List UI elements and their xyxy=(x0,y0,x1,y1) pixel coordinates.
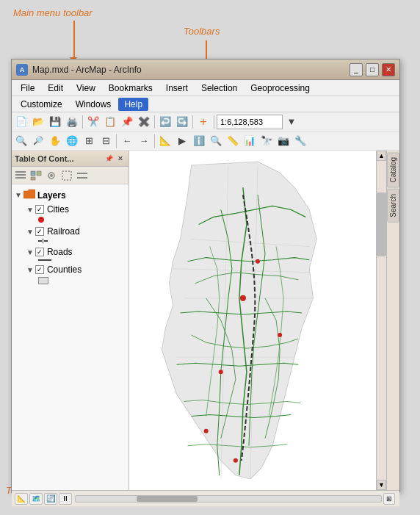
editor-button[interactable]: 🔧 xyxy=(292,133,308,149)
save-button[interactable]: 💾 xyxy=(47,114,63,130)
toc-visibility-view[interactable] xyxy=(44,168,59,183)
railroad-symbol xyxy=(38,239,124,243)
scroll-down-button[interactable]: ▼ xyxy=(377,480,386,490)
toc-layer-cities[interactable]: ▼ ✓ Cities xyxy=(13,203,127,216)
layers-folder-icon xyxy=(23,189,35,201)
select-button[interactable]: 📐 xyxy=(157,133,173,149)
coord-display: ⊞ xyxy=(383,493,395,505)
pause-button[interactable]: ⏸ xyxy=(59,493,72,505)
toc-close-button[interactable]: ✕ xyxy=(115,154,126,164)
svg-point-7 xyxy=(50,174,53,177)
time-slider-button[interactable]: 📷 xyxy=(275,133,292,149)
print-button[interactable]: 🖨️ xyxy=(64,114,80,130)
forward-button[interactable]: → xyxy=(136,133,152,149)
toc-content: ▼ Layers ▼ ✓ Cities ▼ xyxy=(12,184,128,490)
svg-rect-5 xyxy=(31,177,35,180)
roads-label: Roads xyxy=(47,247,73,257)
roads-expand: ▼ xyxy=(26,248,34,256)
open-button[interactable]: 📂 xyxy=(30,114,46,130)
arcmap-window: A Map.mxd - ArcMap - ArcInfo _ □ ✕ File … xyxy=(11,59,400,492)
identify-button[interactable]: ℹ️ xyxy=(191,133,207,149)
menu-help[interactable]: Help xyxy=(118,98,148,111)
railroad-checkbox[interactable]: ✓ xyxy=(35,227,44,236)
toc-selection-view[interactable] xyxy=(59,168,74,183)
minimize-button[interactable]: _ xyxy=(350,63,363,76)
find-button[interactable]: 🔍 xyxy=(208,133,224,149)
scale-display[interactable]: 1:6,128,583 xyxy=(217,115,283,129)
layers-label: Layers xyxy=(37,190,66,201)
refresh-button[interactable]: 🔄 xyxy=(44,493,57,505)
h-scroll-thumb[interactable] xyxy=(137,496,198,502)
menu-file[interactable]: File xyxy=(15,82,40,95)
menu-selection[interactable]: Selection xyxy=(195,82,243,95)
statusbar: 📐 🗺️ 🔄 ⏸ ⊞ xyxy=(12,490,399,506)
html-popup-button[interactable]: 🔭 xyxy=(258,133,275,149)
select-features-button[interactable]: ▶ xyxy=(174,133,190,149)
horizontal-scrollbar[interactable] xyxy=(75,495,382,503)
toc-layer-roads[interactable]: ▼ ✓ Roads xyxy=(13,245,127,259)
sep4 xyxy=(214,115,214,129)
cut-button[interactable]: ✂️ xyxy=(85,114,101,130)
menu-bookmarks[interactable]: Bookmarks xyxy=(103,82,159,95)
zoom-layer-button[interactable]: ⊟ xyxy=(98,133,114,149)
toc-layer-counties[interactable]: ▼ ✓ Counties xyxy=(13,263,127,276)
svg-point-19 xyxy=(219,370,223,374)
toc-expand-icon: ▼ xyxy=(15,191,22,199)
scale-dropdown[interactable]: ▼ xyxy=(283,114,300,130)
sep5 xyxy=(116,134,117,148)
paste-button[interactable]: 📌 xyxy=(119,114,135,130)
menu-customize[interactable]: Customize xyxy=(15,98,68,111)
scroll-thumb[interactable] xyxy=(377,192,386,256)
search-tab[interactable]: Search xyxy=(387,189,399,223)
delete-button[interactable]: ✖️ xyxy=(136,114,152,130)
menu-edit[interactable]: Edit xyxy=(42,82,69,95)
undo-button[interactable]: ↩️ xyxy=(157,114,173,130)
sep6 xyxy=(154,134,155,148)
vertical-scrollbar[interactable]: ▲ ▼ xyxy=(376,151,386,490)
annotation-main-menu: Main menu toolbar xyxy=(13,7,93,18)
map-area[interactable]: ▲ ▼ xyxy=(129,151,386,490)
svg-point-23 xyxy=(233,458,238,463)
toc-list-view[interactable] xyxy=(13,168,28,183)
toc-layers-group[interactable]: ▼ Layers xyxy=(13,187,127,203)
data-view-button[interactable]: 🗺️ xyxy=(29,493,43,505)
menu-geoprocessing[interactable]: Geoprocessing xyxy=(245,82,316,95)
menu-windows[interactable]: Windows xyxy=(70,98,117,111)
rail-line-2 xyxy=(44,240,48,242)
menu-insert[interactable]: Insert xyxy=(160,82,194,95)
counties-checkbox[interactable]: ✓ xyxy=(35,265,44,274)
new-button[interactable]: 📄 xyxy=(13,114,29,130)
rail-line-1 xyxy=(38,240,42,242)
toolbar-row-2: 🔍 🔎 ✋ 🌐 ⊞ ⊟ ← → 📐 ▶ ℹ️ 🔍 📏 📊 🔭 📷 🔧 xyxy=(12,132,399,151)
sep3 xyxy=(192,115,193,129)
scroll-track[interactable] xyxy=(377,161,386,480)
menubar2: Customize Windows Help xyxy=(12,96,399,112)
scroll-up-button[interactable]: ▲ xyxy=(377,151,386,161)
zoom-out-button[interactable]: 🔎 xyxy=(30,133,46,149)
toc-pin-button[interactable]: 📌 xyxy=(104,154,114,164)
add-data-button[interactable]: + xyxy=(195,114,211,130)
cities-checkbox[interactable]: ✓ xyxy=(35,205,44,214)
hyperlink-button[interactable]: 📊 xyxy=(242,133,258,149)
toc-source-view[interactable] xyxy=(29,168,43,183)
layout-view-button[interactable]: 📐 xyxy=(15,493,28,505)
copy-button[interactable]: 📋 xyxy=(102,114,118,130)
cities-dot xyxy=(38,217,44,223)
menu-view[interactable]: View xyxy=(70,82,101,95)
toc-options[interactable] xyxy=(75,168,90,183)
toc-layer-railroad[interactable]: ▼ ✓ Railroad xyxy=(13,225,127,238)
roads-checkbox[interactable]: ✓ xyxy=(35,248,44,256)
catalog-tab[interactable]: Catalog xyxy=(387,152,399,187)
zoom-in-button[interactable]: 🔍 xyxy=(13,133,29,149)
maximize-button[interactable]: □ xyxy=(366,63,379,76)
zoom-full-button[interactable]: ⊞ xyxy=(81,133,97,149)
svg-rect-8 xyxy=(62,171,71,180)
window-title: Map.mxd - ArcMap - ArcInfo xyxy=(32,65,350,75)
globe-button[interactable]: 🌐 xyxy=(64,133,80,149)
close-button[interactable]: ✕ xyxy=(382,63,395,76)
pan-button[interactable]: ✋ xyxy=(47,133,63,149)
redo-button[interactable]: ↪️ xyxy=(174,114,190,130)
measure-button[interactable]: 📏 xyxy=(225,133,241,149)
back-button[interactable]: ← xyxy=(119,133,135,149)
svg-rect-9 xyxy=(77,173,87,174)
